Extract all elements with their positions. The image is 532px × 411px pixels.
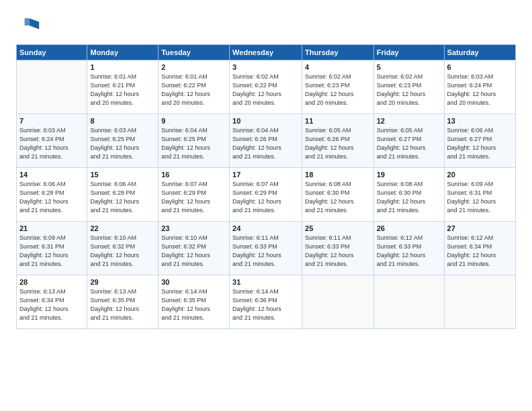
day-number: 14	[19, 171, 84, 179]
day-number: 5	[377, 63, 441, 71]
day-info: Sunrise: 6:13 AM Sunset: 6:34 PM Dayligh…	[19, 287, 84, 322]
calendar-cell: 28Sunrise: 6:13 AM Sunset: 6:34 PM Dayli…	[17, 275, 87, 329]
day-info: Sunrise: 6:08 AM Sunset: 6:30 PM Dayligh…	[377, 180, 441, 215]
day-info: Sunrise: 6:14 AM Sunset: 6:36 PM Dayligh…	[232, 287, 299, 322]
day-number: 12	[377, 117, 441, 125]
day-number: 4	[305, 63, 371, 71]
calendar-cell: 30Sunrise: 6:14 AM Sunset: 6:35 PM Dayli…	[159, 275, 230, 329]
day-info: Sunrise: 6:03 AM Sunset: 6:25 PM Dayligh…	[90, 126, 155, 161]
day-info: Sunrise: 6:01 AM Sunset: 6:22 PM Dayligh…	[161, 73, 226, 107]
day-number: 29	[90, 278, 155, 286]
calendar-week-1: 7Sunrise: 6:03 AM Sunset: 6:24 PM Daylig…	[17, 114, 516, 168]
calendar-body: 1Sunrise: 6:01 AM Sunset: 6:21 PM Daylig…	[17, 60, 516, 329]
calendar-cell: 7Sunrise: 6:03 AM Sunset: 6:24 PM Daylig…	[17, 114, 87, 168]
weekday-header-thursday: Thursday	[302, 45, 374, 60]
day-number: 26	[377, 224, 441, 232]
day-number: 18	[305, 171, 371, 179]
day-number: 22	[90, 224, 155, 232]
day-info: Sunrise: 6:12 AM Sunset: 6:34 PM Dayligh…	[447, 234, 513, 269]
calendar-cell: 31Sunrise: 6:14 AM Sunset: 6:36 PM Dayli…	[230, 275, 302, 329]
calendar-week-3: 21Sunrise: 6:09 AM Sunset: 6:31 PM Dayli…	[17, 222, 516, 275]
day-info: Sunrise: 6:11 AM Sunset: 6:33 PM Dayligh…	[232, 234, 299, 269]
day-info: Sunrise: 6:02 AM Sunset: 6:23 PM Dayligh…	[377, 73, 441, 107]
calendar-cell: 16Sunrise: 6:07 AM Sunset: 6:29 PM Dayli…	[159, 168, 230, 222]
calendar-cell: 11Sunrise: 6:05 AM Sunset: 6:26 PM Dayli…	[302, 114, 374, 168]
calendar-cell: 26Sunrise: 6:12 AM Sunset: 6:33 PM Dayli…	[373, 222, 444, 275]
day-info: Sunrise: 6:09 AM Sunset: 6:31 PM Dayligh…	[447, 180, 513, 215]
day-number: 31	[232, 278, 299, 286]
day-number: 30	[161, 278, 226, 286]
calendar-cell	[373, 275, 444, 329]
day-info: Sunrise: 6:04 AM Sunset: 6:25 PM Dayligh…	[161, 126, 226, 161]
calendar-cell: 12Sunrise: 6:05 AM Sunset: 6:27 PM Dayli…	[373, 114, 444, 168]
calendar-week-4: 28Sunrise: 6:13 AM Sunset: 6:34 PM Dayli…	[17, 275, 516, 329]
day-number: 24	[232, 224, 299, 232]
logo	[16, 13, 44, 38]
day-info: Sunrise: 6:07 AM Sunset: 6:29 PM Dayligh…	[232, 180, 299, 215]
calendar-cell	[444, 275, 515, 329]
weekday-header-saturday: Saturday	[444, 45, 515, 60]
day-info: Sunrise: 6:14 AM Sunset: 6:35 PM Dayligh…	[161, 287, 226, 322]
day-number: 15	[90, 171, 155, 179]
day-info: Sunrise: 6:06 AM Sunset: 6:27 PM Dayligh…	[447, 126, 513, 161]
calendar-cell: 13Sunrise: 6:06 AM Sunset: 6:27 PM Dayli…	[444, 114, 515, 168]
calendar-cell	[302, 275, 374, 329]
calendar-cell: 5Sunrise: 6:02 AM Sunset: 6:23 PM Daylig…	[373, 60, 444, 114]
day-info: Sunrise: 6:08 AM Sunset: 6:30 PM Dayligh…	[305, 180, 371, 215]
calendar-cell: 3Sunrise: 6:02 AM Sunset: 6:22 PM Daylig…	[230, 60, 302, 114]
day-info: Sunrise: 6:13 AM Sunset: 6:35 PM Dayligh…	[90, 287, 155, 322]
calendar-cell: 29Sunrise: 6:13 AM Sunset: 6:35 PM Dayli…	[87, 275, 159, 329]
calendar-cell: 1Sunrise: 6:01 AM Sunset: 6:21 PM Daylig…	[87, 60, 159, 114]
weekday-header-tuesday: Tuesday	[159, 45, 230, 60]
day-number: 19	[377, 171, 441, 179]
day-info: Sunrise: 6:01 AM Sunset: 6:21 PM Dayligh…	[90, 73, 155, 107]
day-number: 7	[19, 117, 84, 125]
day-info: Sunrise: 6:07 AM Sunset: 6:29 PM Dayligh…	[161, 180, 226, 215]
day-info: Sunrise: 6:10 AM Sunset: 6:32 PM Dayligh…	[90, 234, 155, 269]
calendar-week-2: 14Sunrise: 6:06 AM Sunset: 6:28 PM Dayli…	[17, 168, 516, 222]
svg-marker-1	[25, 18, 30, 26]
day-info: Sunrise: 6:09 AM Sunset: 6:31 PM Dayligh…	[19, 234, 84, 269]
weekday-header-sunday: Sunday	[17, 45, 87, 60]
calendar-cell: 21Sunrise: 6:09 AM Sunset: 6:31 PM Dayli…	[17, 222, 87, 275]
day-number: 6	[447, 63, 513, 71]
weekday-header-wednesday: Wednesday	[230, 45, 302, 60]
calendar-table: SundayMondayTuesdayWednesdayThursdayFrid…	[16, 44, 516, 329]
calendar-cell: 2Sunrise: 6:01 AM Sunset: 6:22 PM Daylig…	[159, 60, 230, 114]
day-number: 28	[19, 278, 84, 286]
calendar-cell: 20Sunrise: 6:09 AM Sunset: 6:31 PM Dayli…	[444, 168, 515, 222]
calendar-cell: 10Sunrise: 6:04 AM Sunset: 6:26 PM Dayli…	[230, 114, 302, 168]
calendar-cell: 8Sunrise: 6:03 AM Sunset: 6:25 PM Daylig…	[87, 114, 159, 168]
calendar-cell: 23Sunrise: 6:10 AM Sunset: 6:32 PM Dayli…	[159, 222, 230, 275]
day-number: 27	[447, 224, 513, 232]
day-number: 13	[447, 117, 513, 125]
day-info: Sunrise: 6:02 AM Sunset: 6:22 PM Dayligh…	[232, 73, 299, 107]
calendar-cell: 18Sunrise: 6:08 AM Sunset: 6:30 PM Dayli…	[302, 168, 374, 222]
calendar-header: SundayMondayTuesdayWednesdayThursdayFrid…	[17, 45, 516, 60]
day-number: 25	[305, 224, 371, 232]
day-info: Sunrise: 6:04 AM Sunset: 6:26 PM Dayligh…	[232, 126, 299, 161]
calendar-cell: 4Sunrise: 6:02 AM Sunset: 6:23 PM Daylig…	[302, 60, 374, 114]
day-number: 16	[161, 171, 226, 179]
day-info: Sunrise: 6:12 AM Sunset: 6:33 PM Dayligh…	[377, 234, 441, 269]
day-info: Sunrise: 6:03 AM Sunset: 6:24 PM Dayligh…	[19, 126, 84, 161]
day-number: 11	[305, 117, 371, 125]
calendar-cell	[17, 60, 87, 114]
day-number: 9	[161, 117, 226, 125]
weekday-header-row: SundayMondayTuesdayWednesdayThursdayFrid…	[17, 45, 516, 60]
svg-marker-0	[30, 18, 39, 29]
day-number: 2	[161, 63, 226, 71]
page: SundayMondayTuesdayWednesdayThursdayFrid…	[0, 0, 532, 411]
day-info: Sunrise: 6:06 AM Sunset: 6:28 PM Dayligh…	[90, 180, 155, 215]
calendar-cell: 27Sunrise: 6:12 AM Sunset: 6:34 PM Dayli…	[444, 222, 515, 275]
calendar-cell: 17Sunrise: 6:07 AM Sunset: 6:29 PM Dayli…	[230, 168, 302, 222]
calendar-cell: 25Sunrise: 6:11 AM Sunset: 6:33 PM Dayli…	[302, 222, 374, 275]
day-info: Sunrise: 6:06 AM Sunset: 6:28 PM Dayligh…	[19, 180, 84, 215]
weekday-header-friday: Friday	[373, 45, 444, 60]
day-info: Sunrise: 6:03 AM Sunset: 6:24 PM Dayligh…	[447, 73, 513, 107]
calendar-cell: 24Sunrise: 6:11 AM Sunset: 6:33 PM Dayli…	[230, 222, 302, 275]
day-number: 21	[19, 224, 84, 232]
day-number: 10	[232, 117, 299, 125]
day-number: 23	[161, 224, 226, 232]
day-number: 3	[232, 63, 299, 71]
